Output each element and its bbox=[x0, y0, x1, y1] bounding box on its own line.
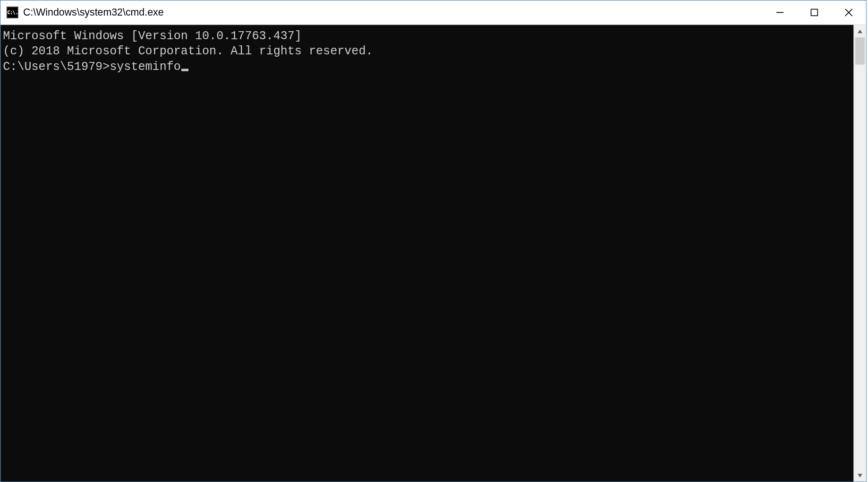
terminal-command: systeminfo bbox=[110, 60, 181, 74]
cmd-app-icon-label: C:\. bbox=[7, 10, 17, 15]
maximize-button[interactable] bbox=[797, 0, 832, 24]
cmd-app-icon: C:\. bbox=[7, 7, 18, 18]
vertical-scrollbar[interactable] bbox=[853, 25, 866, 482]
window-title: C:\Windows\system32\cmd.exe bbox=[23, 7, 763, 18]
scrollbar-track[interactable] bbox=[854, 37, 866, 469]
scroll-up-arrow-icon[interactable] bbox=[854, 25, 866, 37]
scroll-down-arrow-icon[interactable] bbox=[854, 469, 866, 482]
window-controls bbox=[763, 0, 866, 24]
client-area: Microsoft Windows [Version 10.0.17763.43… bbox=[0, 25, 866, 482]
terminal-prompt: C:\Users\51979> bbox=[3, 60, 110, 74]
svg-rect-1 bbox=[811, 9, 817, 16]
cmd-window: C:\. C:\Windows\system32\cmd.exe Microso… bbox=[0, 0, 867, 482]
close-button[interactable] bbox=[832, 0, 866, 24]
terminal-prompt-line: C:\Users\51979>systeminfo bbox=[3, 60, 851, 75]
scrollbar-thumb[interactable] bbox=[855, 37, 865, 65]
terminal-line: Microsoft Windows [Version 10.0.17763.43… bbox=[3, 28, 851, 44]
titlebar[interactable]: C:\. C:\Windows\system32\cmd.exe bbox=[0, 0, 866, 25]
terminal-cursor bbox=[181, 69, 188, 71]
terminal-output[interactable]: Microsoft Windows [Version 10.0.17763.43… bbox=[0, 25, 853, 482]
terminal-line: (c) 2018 Microsoft Corporation. All righ… bbox=[3, 44, 851, 60]
minimize-button[interactable] bbox=[763, 0, 797, 24]
